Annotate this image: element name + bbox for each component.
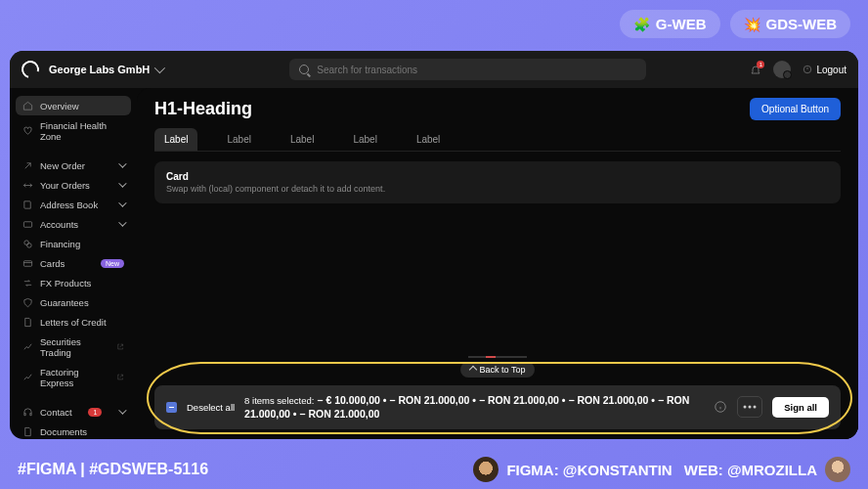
external-link-icon bbox=[116, 342, 124, 351]
user-avatar[interactable] bbox=[773, 61, 791, 78]
timeline-scrubber[interactable] bbox=[154, 356, 841, 358]
arrow-up-icon bbox=[468, 365, 476, 373]
chevron-down-icon bbox=[118, 218, 126, 226]
svg-rect-1 bbox=[23, 221, 31, 227]
avatar-konstantin bbox=[473, 457, 499, 482]
notifications-button[interactable]: 1 bbox=[750, 64, 761, 75]
selection-summary: 8 items selected: − € 10.000,00 • − RON … bbox=[244, 393, 704, 422]
boom-icon: 💥 bbox=[744, 17, 760, 32]
sidebar-item-label: Your Orders bbox=[40, 180, 90, 191]
notification-badge: 1 bbox=[757, 61, 764, 68]
sidebar-item-letters[interactable]: Letters of Credit bbox=[16, 312, 131, 332]
coins-icon bbox=[22, 239, 33, 249]
selection-bar: Deselect all 8 items selected: − € 10.00… bbox=[154, 385, 841, 429]
header-bar: George Labs GmbH 1 Logout bbox=[10, 51, 858, 88]
selection-count: 8 items selected: bbox=[244, 395, 314, 406]
sidebar-item-fx[interactable]: FX Products bbox=[16, 273, 131, 292]
search-icon bbox=[299, 65, 309, 74]
sidebar-item-label: Financial Health Zone bbox=[40, 120, 124, 142]
svg-point-8 bbox=[754, 406, 757, 409]
tab-4[interactable]: Label bbox=[407, 128, 450, 151]
sidebar-item-your-orders[interactable]: Your Orders bbox=[16, 175, 131, 195]
info-icon[interactable] bbox=[714, 400, 727, 414]
sidebar-item-guarantees[interactable]: Guarantees bbox=[16, 292, 131, 312]
gweb-label: G-WEB bbox=[656, 16, 707, 32]
more-actions-button[interactable] bbox=[737, 396, 762, 418]
chart-icon bbox=[22, 341, 33, 352]
sidebar-item-financing[interactable]: Financing bbox=[16, 234, 131, 253]
tab-bar: LabelLabelLabelLabelLabel bbox=[154, 128, 841, 152]
chevron-down-icon bbox=[118, 406, 126, 414]
sidebar-item-label: New Order bbox=[40, 160, 85, 171]
svg-rect-4 bbox=[23, 260, 31, 266]
back-to-top-label: Back to Top bbox=[480, 365, 526, 375]
logout-label: Logout bbox=[816, 65, 846, 75]
chart-icon bbox=[22, 372, 33, 382]
sidebar-item-cards[interactable]: CardsNew bbox=[16, 253, 131, 273]
sidebar-item-address-book[interactable]: Address Book bbox=[16, 195, 131, 214]
gdsweb-pill[interactable]: 💥 GDS-WEB bbox=[730, 10, 851, 38]
tab-2[interactable]: Label bbox=[281, 128, 324, 151]
tab-3[interactable]: Label bbox=[343, 128, 386, 151]
sidebar-item-health[interactable]: Financial Health Zone bbox=[16, 115, 131, 146]
card-description: Swap with (local) component or detach it… bbox=[166, 184, 829, 194]
sidebar-item-documents[interactable]: Documents bbox=[16, 422, 131, 439]
sidebar-item-overview[interactable]: Overview bbox=[16, 96, 131, 115]
sidebar-item-label: Guarantees bbox=[40, 297, 89, 308]
sidebar-item-label: Accounts bbox=[40, 219, 78, 230]
company-selector[interactable]: George Labs GmbH bbox=[49, 64, 162, 75]
tab-1[interactable]: Label bbox=[217, 128, 260, 151]
chevron-down-icon bbox=[118, 199, 126, 206]
sidebar: OverviewFinancial Health ZoneNew OrderYo… bbox=[10, 88, 137, 439]
search-bar[interactable] bbox=[289, 59, 646, 80]
sidebar-item-label: Documents bbox=[40, 426, 87, 437]
sign-all-button[interactable]: Sign all bbox=[772, 397, 829, 418]
sidebar-item-new-order[interactable]: New Order bbox=[16, 156, 131, 175]
card-title: Card bbox=[166, 171, 829, 182]
avatar-mrozilla bbox=[825, 457, 850, 482]
chevron-down-icon bbox=[118, 179, 126, 187]
sidebar-item-label: Securities Trading bbox=[40, 336, 109, 358]
sidebar-item-securities[interactable]: Securities Trading bbox=[16, 332, 131, 362]
optional-button[interactable]: Optional Button bbox=[750, 98, 841, 120]
page-title: H1-Heading bbox=[154, 99, 252, 119]
logout-button[interactable]: Logout bbox=[803, 65, 846, 75]
sidebar-item-label: Factoring Express bbox=[40, 367, 109, 388]
puzzle-icon: 🧩 bbox=[633, 17, 650, 32]
app-window: George Labs GmbH 1 Logout OverviewFinanc… bbox=[10, 51, 858, 439]
svg-point-6 bbox=[744, 406, 747, 409]
company-name: George Labs GmbH bbox=[49, 64, 150, 75]
wallet-icon bbox=[22, 219, 33, 230]
chevron-down-icon bbox=[154, 63, 165, 73]
back-to-top-button[interactable]: Back to Top bbox=[460, 362, 536, 378]
tab-0[interactable]: Label bbox=[154, 128, 197, 151]
arrow-up-right-icon bbox=[22, 160, 33, 171]
content-card: Card Swap with (local) component or deta… bbox=[154, 161, 841, 203]
sidebar-item-contact[interactable]: Contact1 bbox=[16, 402, 131, 422]
exchange-icon bbox=[22, 278, 33, 289]
credit-web-label: WEB: @MROZILLA bbox=[684, 462, 817, 478]
deselect-checkbox[interactable] bbox=[166, 402, 177, 413]
card-icon bbox=[22, 258, 33, 269]
sidebar-item-label: Financing bbox=[40, 239, 80, 249]
app-logo-icon bbox=[19, 58, 43, 82]
footer: #FIGMA | #GDSWEB-5116 FIGMA: @KONSTANTIN… bbox=[0, 450, 868, 489]
main-content: H1-Heading Optional Button LabelLabelLab… bbox=[137, 88, 858, 439]
transfer-icon bbox=[22, 180, 33, 191]
sidebar-item-accounts[interactable]: Accounts bbox=[16, 214, 131, 234]
sidebar-item-label: FX Products bbox=[40, 278, 91, 289]
deselect-label: Deselect all bbox=[187, 402, 235, 413]
headset-icon bbox=[22, 407, 33, 418]
footer-tags: #FIGMA | #GDSWEB-5116 bbox=[18, 461, 208, 478]
gdsweb-label: GDS-WEB bbox=[766, 16, 838, 32]
search-input[interactable] bbox=[317, 65, 636, 75]
document-icon bbox=[22, 426, 33, 437]
home-icon bbox=[22, 101, 33, 111]
gweb-pill[interactable]: 🧩 G-WEB bbox=[620, 10, 720, 38]
footer-credit-web: WEB: @MROZILLA bbox=[684, 457, 850, 482]
sidebar-item-factoring[interactable]: Factoring Express bbox=[16, 362, 131, 392]
sidebar-item-label: Overview bbox=[40, 101, 79, 111]
svg-point-2 bbox=[24, 240, 29, 244]
sidebar-item-label: Cards bbox=[40, 258, 65, 269]
svg-point-3 bbox=[27, 243, 32, 247]
